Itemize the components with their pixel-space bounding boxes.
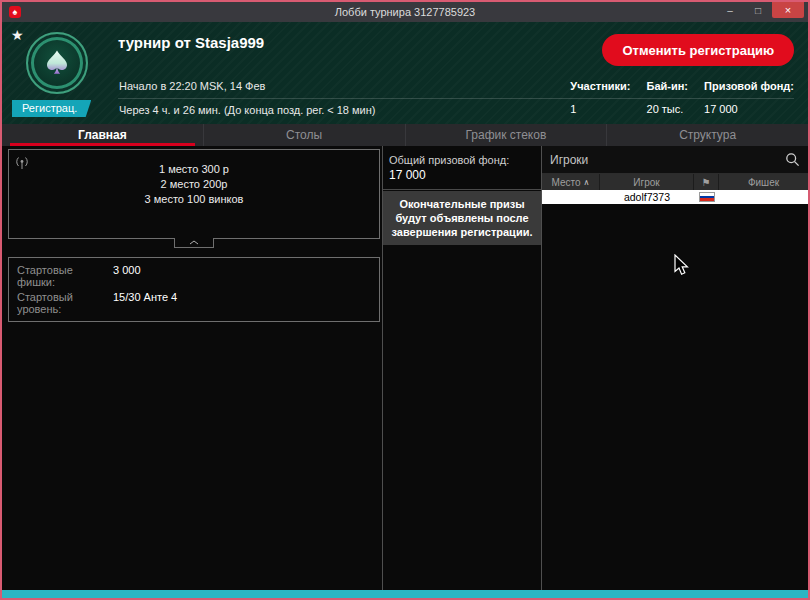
window-controls: – □ ×	[716, 2, 804, 18]
search-icon[interactable]	[785, 152, 800, 167]
tab-tables[interactable]: Столы	[204, 124, 406, 146]
prize-pool-note: Окончательные призы будут объявлены посл…	[383, 191, 541, 245]
column-label: Фишек	[748, 177, 779, 188]
level-value: 15/30 Анте 4	[113, 291, 371, 303]
column-header-player[interactable]: Игрок	[600, 174, 694, 190]
stat-label: Бай-ин:	[647, 80, 689, 92]
prize-pool-label: Общий призовой фонд:	[389, 154, 535, 166]
tab-label: График стеков	[465, 128, 546, 142]
tab-label: Главная	[78, 128, 127, 142]
player-flag-cell	[694, 190, 719, 204]
chips-value: 3 000	[113, 264, 371, 276]
stat-value: 17 000	[704, 103, 794, 115]
registration-status-badge: Регистрац.	[12, 100, 91, 117]
chips-label: Стартовые фишки:	[17, 264, 113, 288]
start-time-text: Начало в 22:20 MSK, 14 Фев	[119, 80, 265, 92]
maximize-button[interactable]: □	[744, 2, 772, 18]
stat-label: Участники:	[570, 80, 630, 92]
flag-icon: ⚑	[702, 177, 711, 188]
sort-ascending-icon: ∧	[584, 178, 590, 187]
column-header-place[interactable]: Место ∧	[542, 174, 600, 190]
cancel-registration-button[interactable]: Отменить регистрацию	[602, 34, 794, 66]
status-bar	[2, 590, 808, 598]
collapse-panel-handle[interactable]	[174, 238, 214, 248]
logo-spade-icon	[42, 48, 72, 78]
column-label: Игрок	[633, 177, 659, 188]
tab-label: Структура	[679, 128, 736, 142]
prize-line-3: 3 место 100 винков	[9, 192, 379, 207]
player-search-bar	[542, 146, 808, 174]
stat-buyin: Бай-ин: 20 тыс.	[647, 80, 689, 115]
player-place-cell	[542, 190, 600, 204]
column-label: Место	[552, 177, 581, 188]
prize-pool-column: Общий призовой фонд: 17 000 Окончательны…	[382, 146, 542, 590]
tab-stack-graph[interactable]: График стеков	[406, 124, 608, 146]
chevron-up-icon	[189, 240, 199, 245]
prize-announcement-panel: 1 место 300 р 2 место 200р 3 место 100 в…	[8, 149, 380, 239]
column-header-flag[interactable]: ⚑	[694, 174, 719, 190]
prize-pool-value: 17 000	[389, 168, 535, 182]
stat-prize-pool: Призовой фонд: 17 000	[704, 80, 794, 115]
players-column: Место ∧ Игрок ⚑ Фишек adolf7373	[542, 146, 808, 590]
tournament-name: турнир от Stasja999	[118, 34, 264, 51]
stat-value: 1	[570, 103, 630, 115]
window-title: Лобби турнира 3127785923	[2, 6, 808, 18]
column-divider	[383, 189, 541, 190]
player-name-cell: adolf7373	[600, 190, 694, 204]
lobby-tabs: Главная Столы График стеков Структура	[2, 124, 808, 146]
main-area: 1 место 300 р 2 место 200р 3 место 100 в…	[2, 146, 808, 590]
prize-line-1: 1 место 300 р	[9, 162, 379, 177]
level-label: Стартовый уровень:	[17, 291, 113, 315]
tab-main[interactable]: Главная	[2, 124, 204, 146]
broadcast-icon	[15, 155, 29, 173]
tournament-stats: Участники: 1 Бай-ин: 20 тыс. Призовой фо…	[570, 80, 794, 115]
tournament-logo	[26, 32, 88, 94]
time-remaining-text: Через 4 ч. и 26 мин. (До конца позд. рег…	[119, 104, 375, 116]
minimize-button[interactable]: –	[716, 2, 744, 18]
player-chips-cell	[719, 190, 808, 204]
players-table-header: Место ∧ Игрок ⚑ Фишек	[542, 174, 808, 190]
tournament-header: ★ Регистрац. турнир от Stasja999 Начало …	[2, 22, 808, 124]
stat-value: 20 тыс.	[647, 103, 689, 115]
tab-structure[interactable]: Структура	[607, 124, 808, 146]
title-bar: ♠ Лобби турнира 3127785923 – □ ×	[2, 2, 808, 22]
player-row[interactable]: adolf7373	[542, 190, 808, 204]
russia-flag-icon	[699, 192, 715, 202]
prize-list: 1 место 300 р 2 место 200р 3 место 100 в…	[9, 162, 379, 207]
tab-label: Столы	[286, 128, 322, 142]
stat-label: Призовой фонд:	[704, 80, 794, 92]
favorite-star-icon[interactable]: ★	[11, 27, 24, 43]
starting-chips-panel: Стартовые фишки: 3 000 Стартовый уровень…	[8, 257, 380, 322]
stat-participants: Участники: 1	[570, 80, 630, 115]
column-header-chips[interactable]: Фишек	[719, 174, 808, 190]
tournament-lobby-window: ♠ Лобби турнира 3127785923 – □ × ★ Рег	[0, 0, 810, 600]
prize-line-2: 2 место 200р	[9, 177, 379, 192]
close-button[interactable]: ×	[772, 2, 804, 18]
prizes-column: 1 место 300 р 2 место 200р 3 место 100 в…	[2, 146, 382, 590]
player-search-input[interactable]	[550, 153, 785, 167]
